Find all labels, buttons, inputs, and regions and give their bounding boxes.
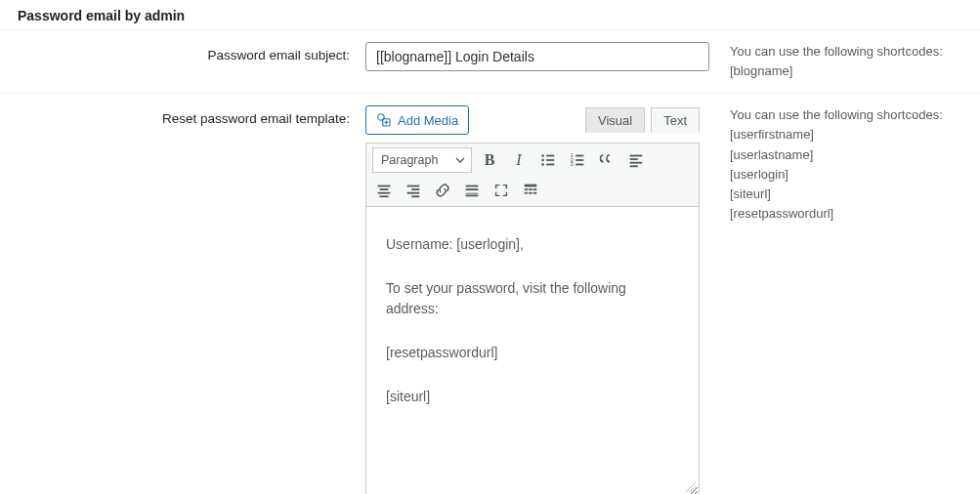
editor-content[interactable]: Username: [userlogin], To set your passw… — [365, 207, 700, 494]
align-center-icon — [375, 182, 393, 199]
bullet-list-button[interactable] — [536, 148, 560, 172]
add-media-button[interactable]: Add Media — [365, 105, 469, 135]
shortcode-item: [userlogin] — [730, 167, 788, 182]
desc-intro: You can use the following shortcodes: — [730, 44, 943, 59]
svg-rect-31 — [466, 195, 479, 197]
svg-rect-24 — [407, 185, 420, 187]
svg-rect-33 — [525, 188, 529, 190]
svg-rect-37 — [529, 192, 533, 194]
chevron-down-icon — [455, 155, 465, 165]
editor-paragraph: Username: [userlogin], — [386, 234, 679, 255]
svg-rect-11 — [575, 155, 583, 157]
editor-paragraph: [resetpasswordurl] — [386, 343, 679, 363]
add-media-label: Add Media — [398, 113, 458, 128]
editor-toolbar: Paragraph B I 123 — [365, 143, 700, 207]
italic-button[interactable]: I — [507, 148, 531, 172]
svg-point-8 — [541, 163, 544, 166]
svg-rect-15 — [575, 164, 583, 166]
fullscreen-button[interactable] — [490, 179, 513, 202]
bold-button[interactable]: B — [478, 148, 501, 172]
svg-rect-18 — [630, 162, 643, 164]
add-media-icon — [376, 112, 392, 128]
row-password-email-subject: Password email subject: You can use the … — [0, 30, 980, 94]
link-button[interactable] — [431, 179, 454, 202]
toolbar-row-2 — [372, 179, 693, 202]
numbered-list-icon: 123 — [569, 151, 586, 169]
tab-text[interactable]: Text — [651, 107, 700, 133]
svg-rect-28 — [466, 185, 479, 187]
toolbar-toggle-icon — [522, 182, 539, 199]
read-more-icon — [463, 182, 481, 199]
settings-table: Password email subject: You can use the … — [0, 30, 980, 494]
tab-visual[interactable]: Visual — [585, 107, 645, 133]
svg-rect-17 — [630, 158, 638, 160]
svg-text:3: 3 — [571, 162, 574, 168]
shortcode-item: [blogname] — [730, 63, 792, 78]
svg-rect-35 — [533, 188, 537, 190]
svg-rect-20 — [378, 185, 391, 187]
format-select[interactable]: Paragraph — [372, 147, 472, 173]
subject-shortcodes-desc: You can use the following shortcodes: [b… — [726, 30, 980, 94]
section-title: Password email by admin — [0, 0, 980, 29]
blockquote-button[interactable] — [595, 148, 618, 172]
editor-paragraph: To set your password, visit the followin… — [386, 278, 679, 319]
editor-tabs: Visual Text — [585, 107, 700, 133]
svg-rect-13 — [575, 159, 583, 161]
svg-rect-16 — [630, 155, 643, 157]
numbered-list-button[interactable]: 123 — [566, 148, 589, 172]
align-left-icon — [627, 151, 645, 169]
align-left-button[interactable] — [624, 148, 648, 172]
svg-rect-9 — [546, 164, 554, 166]
svg-rect-19 — [630, 166, 638, 168]
label-reset-password-template: Reset password email template: — [0, 94, 362, 494]
resize-grip-icon[interactable] — [685, 481, 697, 493]
desc-intro: You can use the following shortcodes: — [730, 107, 943, 122]
bullet-list-icon — [539, 151, 557, 169]
svg-rect-26 — [407, 192, 420, 194]
svg-rect-32 — [525, 185, 537, 187]
svg-point-4 — [541, 154, 544, 157]
link-icon — [434, 182, 451, 199]
shortcode-item: [userlastname] — [730, 147, 813, 162]
toolbar-row-1: Paragraph B I 123 — [372, 147, 693, 173]
align-right-button[interactable] — [402, 179, 425, 202]
svg-rect-7 — [546, 159, 554, 161]
align-right-icon — [405, 182, 422, 199]
fullscreen-icon — [492, 182, 510, 199]
password-email-subject-input[interactable] — [365, 42, 709, 71]
svg-rect-38 — [533, 192, 537, 194]
align-center-button[interactable] — [372, 179, 396, 202]
svg-rect-22 — [378, 192, 391, 194]
shortcode-item: [resetpasswordurl] — [730, 206, 833, 221]
toolbar-toggle-button[interactable] — [519, 179, 542, 202]
svg-rect-36 — [525, 192, 529, 194]
svg-rect-34 — [529, 188, 533, 190]
shortcode-item: [userfirstname] — [730, 127, 814, 142]
svg-rect-27 — [411, 196, 419, 198]
shortcode-item: [siteurl] — [730, 186, 771, 201]
editor-wrap: Add Media Visual Text Paragraph B I — [365, 105, 700, 494]
svg-rect-25 — [411, 188, 419, 190]
quote-icon — [598, 151, 616, 169]
svg-rect-21 — [380, 188, 389, 190]
label-password-email-subject: Password email subject: — [0, 30, 362, 94]
template-shortcodes-desc: You can use the following shortcodes: [u… — [726, 94, 980, 494]
row-reset-password-template: Reset password email template: Add Media… — [0, 94, 980, 494]
insert-more-button[interactable] — [460, 179, 484, 202]
svg-rect-30 — [466, 193, 479, 194]
editor-paragraph: [siteurl] — [386, 387, 679, 407]
svg-point-6 — [541, 159, 544, 162]
svg-rect-23 — [380, 196, 389, 198]
svg-rect-29 — [466, 188, 479, 190]
format-select-label: Paragraph — [381, 153, 438, 167]
svg-rect-5 — [546, 155, 554, 157]
